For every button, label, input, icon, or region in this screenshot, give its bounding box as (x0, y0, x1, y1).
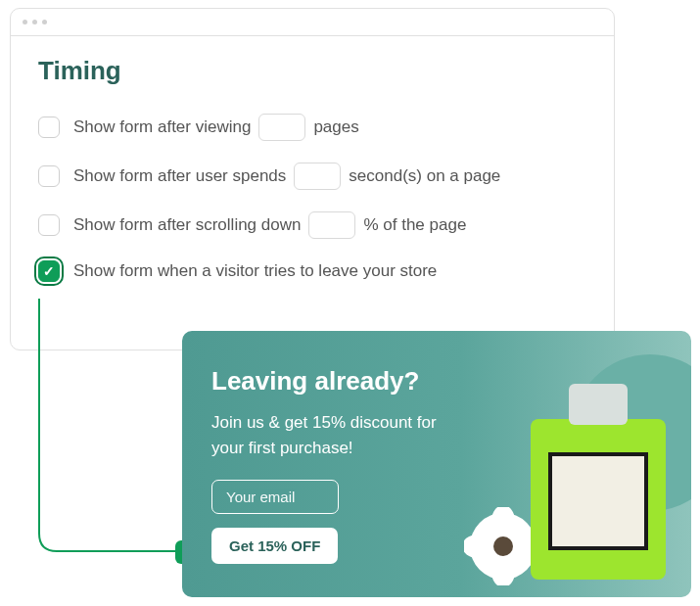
exit-intent-popup: Leaving already? Join us & get 15% disco… (182, 331, 691, 597)
pages-input[interactable] (258, 114, 305, 141)
option-row: Show form after user spends second(s) on… (38, 163, 586, 190)
option-row: Show form after scrolling down % of the … (38, 211, 586, 239)
option-pre: Show form after scrolling down (73, 215, 301, 235)
option-pre: Show form after viewing (73, 117, 251, 137)
cta-button[interactable]: Get 15% OFF (211, 528, 338, 564)
window-dot (32, 20, 37, 24)
timing-panel: Timing Show form after viewing pages Sho… (10, 8, 615, 350)
option-text: Show form when a visitor tries to leave … (73, 261, 437, 281)
svg-point-1 (493, 536, 513, 556)
option-text: Show form after viewing pages (73, 114, 359, 141)
checkbox-exit-intent[interactable]: ✓ (38, 260, 60, 282)
scroll-input[interactable] (308, 211, 355, 239)
option-post: second(s) on a page (349, 166, 500, 186)
option-full: Show form when a visitor tries to leave … (73, 261, 437, 281)
email-field[interactable] (211, 480, 339, 514)
perfume-bottle-image (531, 384, 666, 580)
option-row: Show form after viewing pages (38, 114, 586, 141)
option-row: ✓ Show form when a visitor tries to leav… (38, 260, 586, 282)
option-post: pages (313, 117, 358, 137)
seconds-input[interactable] (294, 163, 341, 190)
option-pre: Show form after user spends (73, 166, 286, 186)
option-text: Show form after user spends second(s) on… (73, 163, 500, 190)
option-post: % of the page (363, 215, 466, 235)
checkbox-seconds[interactable] (38, 165, 60, 187)
panel-heading: Timing (38, 56, 586, 86)
checkbox-scroll[interactable] (38, 214, 60, 236)
option-text: Show form after scrolling down % of the … (73, 211, 466, 239)
checkbox-pages[interactable] (38, 117, 60, 138)
popup-subtitle: Join us & get 15% discount for your firs… (211, 410, 466, 460)
check-icon: ✓ (43, 263, 55, 279)
window-dot (42, 20, 47, 24)
window-titlebar (11, 9, 614, 36)
window-dot (23, 20, 27, 24)
